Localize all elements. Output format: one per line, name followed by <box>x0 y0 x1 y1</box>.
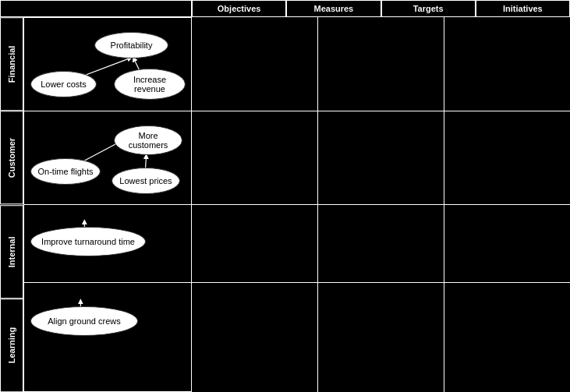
measures-financial <box>192 17 318 111</box>
financial-section: Profitability Lower costs Increase reven… <box>24 18 191 111</box>
learning-section: Align ground crews <box>24 283 191 391</box>
measures-internal <box>192 205 318 282</box>
col-targets: Targets <box>381 0 476 17</box>
header-row: Objectives Measures Targets Initiatives <box>0 0 570 17</box>
col-initiatives: Initiatives <box>476 0 570 17</box>
data-row-financial <box>192 17 570 111</box>
node-align-ground-crews[interactable]: Align ground crews <box>30 306 138 336</box>
main-container: Objectives Measures Targets Initiatives … <box>0 0 570 392</box>
measures-learning <box>192 283 318 392</box>
initiatives-internal <box>444 205 570 282</box>
node-lower-costs[interactable]: Lower costs <box>30 71 97 97</box>
initiatives-customer <box>444 111 570 205</box>
node-lowest-prices[interactable]: Lowest prices <box>112 168 180 194</box>
data-row-customer <box>192 111 570 206</box>
node-more-customers[interactable]: More customers <box>114 125 182 155</box>
targets-financial <box>318 17 444 111</box>
node-profitability[interactable]: Profitability <box>94 32 168 58</box>
perspective-customer: Customer <box>0 111 23 204</box>
data-columns-area <box>192 17 570 392</box>
customer-section: More customers On-time flights Lowest pr… <box>24 111 191 205</box>
perspective-internal: Internal <box>0 205 23 298</box>
initiatives-financial <box>444 17 570 111</box>
node-improve-turnaround[interactable]: Improve turnaround time <box>30 227 146 256</box>
data-row-learning <box>192 283 570 392</box>
content-area: Financial Customer Internal Learning <box>0 17 570 392</box>
node-increase-revenue[interactable]: Increase revenue <box>114 69 186 100</box>
perspectives-column: Financial Customer Internal Learning <box>0 17 23 392</box>
strategy-map: Profitability Lower costs Increase reven… <box>23 17 192 392</box>
node-on-time-flights[interactable]: On-time flights <box>30 158 101 185</box>
data-row-internal <box>192 205 570 283</box>
initiatives-learning <box>444 283 570 392</box>
targets-customer <box>318 111 444 205</box>
header-spacer <box>0 0 192 17</box>
targets-internal <box>318 205 444 282</box>
measures-customer <box>192 111 318 205</box>
col-objectives: Objectives <box>192 0 286 17</box>
perspective-learning: Learning <box>0 298 23 392</box>
internal-section: Improve turnaround time <box>24 205 191 283</box>
targets-learning <box>318 283 444 392</box>
col-measures: Measures <box>286 0 381 17</box>
perspective-financial: Financial <box>0 17 23 111</box>
